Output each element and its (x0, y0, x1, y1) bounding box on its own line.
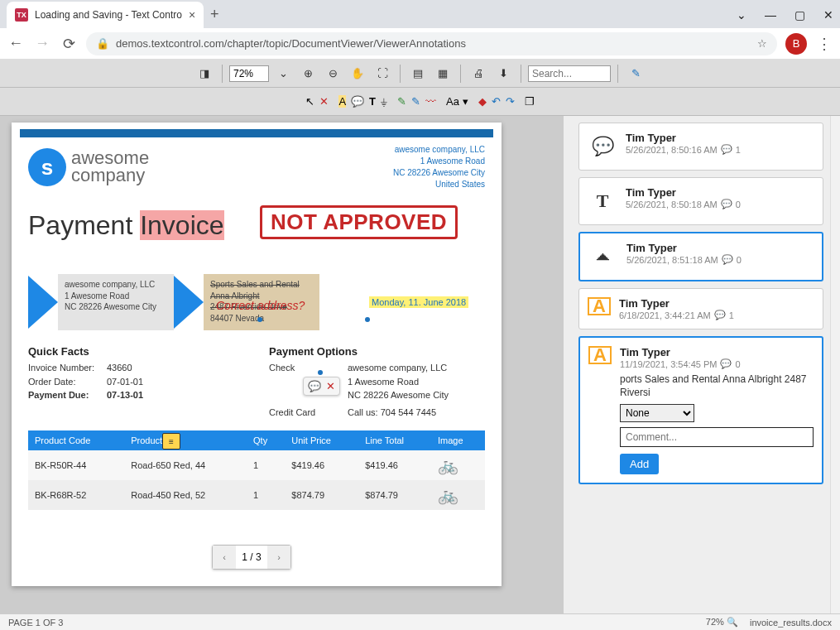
highlight-invoice[interactable]: Invoice (140, 210, 223, 240)
copy-tool-icon[interactable]: ❐ (525, 95, 535, 108)
date-highlight[interactable]: Monday, 11. June 2018 (369, 296, 468, 308)
marker-tool-icon[interactable]: ✎ (411, 95, 420, 108)
window-controls: ⌄ — ▢ ✕ (737, 8, 833, 22)
profile-avatar[interactable]: B (785, 33, 807, 55)
delete-tool-icon[interactable]: ✕ (319, 95, 329, 108)
search-input[interactable] (528, 65, 611, 82)
page-status: PAGE 1 OF 3 (8, 618, 63, 628)
tab-favicon: TX (15, 8, 28, 22)
lock-icon: 🔒 (96, 37, 109, 50)
menu-icon[interactable]: ⋮ (815, 35, 833, 53)
not-approved-stamp[interactable]: NOT APPROVED (260, 205, 458, 239)
font-tool[interactable]: Aa ▾ (446, 95, 468, 108)
annotation-detail: A Tim Typer 11/19/2021, 3:54:45 PM 💬 0 p… (578, 336, 823, 484)
grid-page-icon[interactable]: ▦ (432, 63, 454, 84)
annotation-item[interactable]: A Tim Typer 6/18/2021, 3:44:21 AM 💬 1 (578, 288, 823, 329)
viewer-toolbar-1: ◨ ⌄ ⊕ ⊖ ✋ ⛶ ▤ ▦ 🖨 ⬇ ✎ (0, 60, 840, 88)
company-logo: s (28, 148, 66, 186)
zoom-in-icon[interactable]: ⊕ (297, 63, 319, 84)
freehand-tool-icon[interactable]: 〰 (425, 95, 436, 108)
maximize-icon[interactable]: ▢ (794, 8, 805, 22)
text-icon: T (588, 186, 617, 216)
bike-icon: 🚲 (431, 480, 485, 510)
fit-icon[interactable]: ⛶ (372, 63, 393, 84)
undo-icon[interactable]: ↶ (492, 95, 501, 108)
sign-icon[interactable]: ✎ (625, 63, 646, 84)
sticky-note-icon[interactable]: ≡ (162, 433, 180, 450)
zoom-dropdown-icon[interactable]: ⌄ (272, 63, 294, 84)
download-icon[interactable]: ⬇ (492, 63, 514, 84)
correct-address-annotation[interactable]: Correct address? (216, 299, 305, 312)
eraser-tool-icon[interactable]: ◆ (478, 95, 487, 108)
prev-page-button[interactable]: ‹ (213, 546, 236, 569)
tab-title: Loading and Saving - Text Contro (35, 9, 182, 21)
chevron-down-icon[interactable]: ⌄ (737, 8, 746, 22)
back-button[interactable]: ← (7, 35, 25, 52)
browser-tab[interactable]: TX Loading and Saving - Text Contro × (7, 2, 204, 28)
next-page-button[interactable]: › (267, 546, 290, 569)
new-tab-button[interactable]: + (210, 6, 219, 23)
viewer: ◨ ⌄ ⊕ ⊖ ✋ ⛶ ▤ ▦ 🖨 ⬇ ✎ ↖ ✕ A 💬 T ⏚ ✎ ✎ 〰 … (0, 60, 840, 613)
comment-icon: 💬 (588, 132, 617, 161)
filename-status: invoice_results.docx (750, 618, 832, 628)
zoom-status: 72% 🔍 (706, 617, 738, 628)
zoom-out-icon[interactable]: ⊖ (322, 63, 343, 84)
redo-icon[interactable]: ↷ (506, 95, 515, 108)
status-select[interactable]: None (620, 404, 694, 422)
address-bar: ← → ⟳ 🔒 demos.textcontrol.com/chapter/to… (0, 28, 840, 60)
pen-tool-icon[interactable]: ✎ (397, 95, 406, 108)
bike-icon: 🚲 (431, 450, 485, 480)
annotation-item[interactable]: T Tim Typer 5/26/2021, 8:50:18 AM 💬 0 (578, 177, 823, 225)
status-bar: PAGE 1 OF 3 72% 🔍 invoice_results.docx (0, 613, 840, 630)
selection-delete-icon[interactable]: ✕ (326, 380, 335, 392)
close-icon[interactable]: ✕ (823, 8, 833, 22)
tab-close-icon[interactable]: × (189, 8, 195, 22)
from-address: awesome company, LLC 1 Awesome Road NC 2… (58, 274, 174, 330)
selection-toolbar: 💬 ✕ (303, 377, 340, 396)
stamp-tool-icon[interactable]: ⏚ (381, 95, 387, 108)
content-split: s awesome company awesome company, LLC 1… (0, 116, 840, 613)
bookmark-icon[interactable]: ☆ (757, 37, 767, 50)
print-icon[interactable]: 🖨 (468, 63, 489, 84)
annotation-toolbar: ↖ ✕ A 💬 T ⏚ ✎ ✎ 〰 Aa ▾ ◆ ↶ ↷ ❐ (0, 88, 840, 116)
add-button[interactable]: Add (620, 454, 659, 474)
selection-comment-icon[interactable]: 💬 (308, 380, 321, 392)
annotations-panel: 💬 Tim Typer 5/26/2021, 8:50:16 AM 💬 1 T … (572, 116, 830, 613)
comment-input[interactable] (620, 427, 814, 447)
minimize-icon[interactable]: — (765, 8, 776, 22)
quick-facts-title: Quick Facts (28, 345, 244, 358)
panel-scrollbar[interactable] (830, 116, 840, 613)
selection-box[interactable] (260, 320, 367, 373)
pan-icon[interactable]: ✋ (347, 63, 368, 84)
annotation-item-active[interactable]: ⏶ Tim Typer 5/26/2021, 8:51:18 AM 💬 0 (578, 232, 823, 281)
forward-button[interactable]: → (33, 35, 51, 52)
browser-titlebar: TX Loading and Saving - Text Contro × + … (0, 0, 840, 28)
product-table: Product Code Product Qty Unit Price Line… (28, 430, 485, 510)
annotation-item[interactable]: 💬 Tim Typer 5/26/2021, 8:50:16 AM 💬 1 (578, 123, 823, 171)
page-input[interactable] (236, 546, 267, 568)
highlight-tool-icon[interactable]: A (338, 95, 346, 108)
single-page-icon[interactable]: ▤ (407, 63, 429, 84)
company-address: awesome company, LLC 1 Awesome Road NC 2… (393, 144, 485, 190)
document-page: s awesome company awesome company, LLC 1… (12, 123, 502, 586)
doc-scrollbar[interactable] (564, 116, 572, 613)
text-tool-icon[interactable]: T (369, 95, 376, 108)
select-tool-icon[interactable]: ↖ (305, 95, 314, 108)
zoom-input[interactable] (229, 65, 269, 82)
annotation-detail-text: ports Sales and Rental Anna Albright 248… (620, 373, 814, 399)
url-text: demos.textcontrol.com/chapter/topic/Docu… (116, 37, 466, 50)
highlight-icon: A (588, 346, 612, 364)
document-area[interactable]: s awesome company awesome company, LLC 1… (0, 116, 564, 613)
url-box[interactable]: 🔒 demos.textcontrol.com/chapter/topic/Do… (86, 32, 777, 55)
reload-button[interactable]: ⟳ (60, 35, 78, 53)
sidebar-toggle-icon[interactable]: ◨ (194, 63, 215, 84)
comment-count-icon: 💬 (721, 144, 732, 155)
highlight-icon: A (588, 297, 611, 315)
table-row: BK-R68R-52Road-450 Red, 521$874.79$874.7… (28, 480, 485, 510)
table-row: BK-R50R-44Road-650 Red, 441$419.46$419.4… (28, 450, 485, 480)
company-name: awesome company (71, 150, 149, 185)
note-tool-icon[interactable]: 💬 (351, 95, 364, 108)
page-navigator: ‹ › (212, 545, 291, 570)
stamp-icon: ⏶ (588, 242, 618, 272)
